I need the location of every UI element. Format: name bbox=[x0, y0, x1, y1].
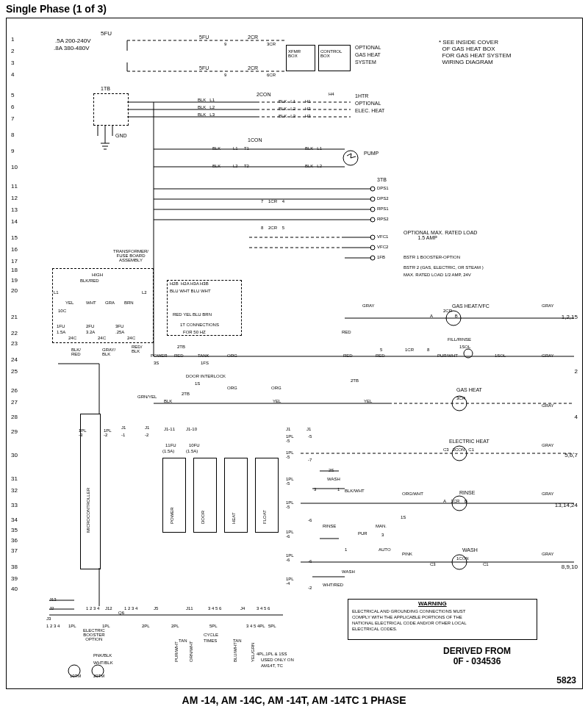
page-title: Single Phase (1 of 3) bbox=[6, 3, 107, 15]
caption: AM -14, AM -14C, AM -14T, AM -14TC 1 PHA… bbox=[0, 694, 588, 706]
svg-point-10 bbox=[452, 446, 467, 461]
svg-point-14 bbox=[92, 665, 104, 677]
wiring-overlay bbox=[7, 18, 582, 688]
schematic-frame: 1 2 3 4 5 6 7 8 9 10 11 12 13 14 15 16 1… bbox=[6, 18, 583, 689]
svg-point-13 bbox=[68, 665, 80, 677]
svg-point-9 bbox=[452, 396, 467, 411]
